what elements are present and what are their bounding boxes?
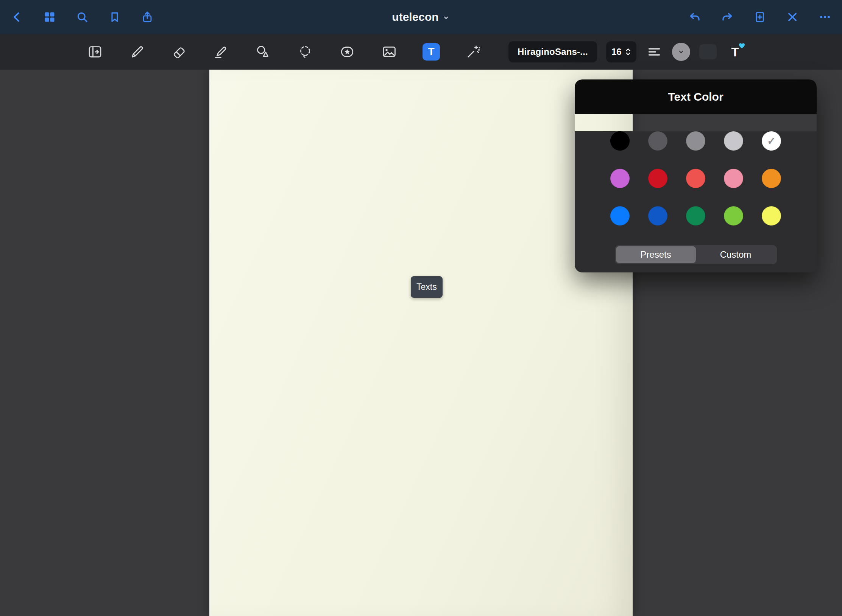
document-title: utelecon: [392, 11, 438, 23]
more-ellipsis-icon: [819, 11, 831, 23]
font-name-label: HiraginoSans-...: [518, 47, 588, 57]
font-name-button[interactable]: HiraginoSans-...: [508, 41, 597, 62]
shapes-tool-button[interactable]: [254, 43, 272, 61]
redo-button[interactable]: [720, 10, 734, 24]
eraser-icon: [171, 44, 187, 60]
page-layout-icon: [87, 44, 103, 60]
search-button[interactable]: [75, 10, 89, 24]
laser-pointer-tool-button[interactable]: [465, 43, 482, 61]
back-chevron-icon: [11, 11, 23, 23]
text-format-group: HiraginoSans-... 16 T: [508, 41, 745, 62]
color-swatch-dark-red[interactable]: [648, 169, 667, 188]
notes-app: utelecon: [0, 0, 842, 616]
back-button[interactable]: [10, 10, 24, 24]
lasso-tool-button[interactable]: [296, 43, 314, 61]
text-tool-icon: T: [428, 46, 434, 58]
text-style-button[interactable]: T: [726, 42, 745, 61]
color-swatch-gray[interactable]: [686, 131, 705, 151]
chevron-down-icon: [443, 14, 450, 22]
text-background-button[interactable]: [699, 44, 717, 59]
share-icon: [141, 11, 154, 23]
shapes-icon: [255, 44, 271, 60]
color-swatch-dark-gray[interactable]: [648, 131, 667, 151]
pen-icon: [129, 44, 145, 60]
thumbnails-button[interactable]: [42, 10, 57, 24]
text-align-button[interactable]: [646, 43, 663, 61]
document-page[interactable]: Texts: [209, 70, 633, 616]
color-swatch-black[interactable]: [610, 131, 630, 151]
highlighter-icon: [213, 44, 229, 60]
nav-left-group: [0, 10, 154, 24]
stickers-star-icon: [339, 44, 356, 60]
image-icon: [381, 44, 398, 60]
text-color-popover: Text Color ✓ Presets Custom: [575, 79, 817, 272]
popover-title: Text Color: [575, 79, 817, 114]
laser-pointer-icon: [465, 44, 482, 60]
custom-tab[interactable]: Custom: [696, 246, 776, 263]
text-align-icon: [647, 44, 662, 59]
heart-icon: [738, 42, 745, 49]
color-swatch-red[interactable]: [686, 169, 705, 188]
presets-tab[interactable]: Presets: [616, 246, 696, 263]
undo-button[interactable]: [688, 10, 702, 24]
add-page-button[interactable]: [753, 10, 767, 24]
popover-body: ✓ Presets Custom: [575, 131, 817, 272]
color-swatch-orange[interactable]: [762, 169, 781, 188]
color-swatch-purple[interactable]: [610, 169, 630, 188]
stepper-chevrons-icon: [625, 47, 631, 57]
color-swatch-light-green[interactable]: [724, 206, 743, 226]
text-color-button[interactable]: [672, 43, 690, 61]
checkmark-icon: ✓: [762, 131, 781, 151]
eraser-tool-button[interactable]: [170, 43, 188, 61]
font-size-stepper[interactable]: 16: [606, 41, 636, 62]
color-swatch-dark-blue[interactable]: [648, 206, 667, 226]
tools-toolbar: T HiraginoSans-... 16 T: [0, 34, 842, 70]
color-swatch-green[interactable]: [686, 206, 705, 226]
redo-icon: [721, 11, 734, 23]
color-swatch-blue[interactable]: [610, 206, 630, 226]
highlighter-tool-button[interactable]: [212, 43, 230, 61]
color-swatch-yellow[interactable]: [762, 206, 781, 226]
image-tool-button[interactable]: [380, 43, 398, 61]
color-chevron-down-icon: [677, 48, 685, 56]
font-size-value: 16: [611, 47, 622, 57]
color-swatch-grid: ✓: [610, 131, 781, 226]
add-page-icon: [753, 11, 766, 23]
bookmark-icon: [108, 11, 121, 23]
tool-group: T: [0, 43, 482, 61]
presets-custom-segmented: Presets Custom: [615, 245, 777, 264]
page-layout-tool-button[interactable]: [86, 43, 104, 61]
lasso-icon: [297, 44, 313, 60]
color-swatch-white[interactable]: ✓: [762, 131, 781, 151]
text-object[interactable]: Texts: [411, 276, 443, 298]
pen-tool-button[interactable]: [128, 43, 146, 61]
nav-right-group: [688, 10, 842, 24]
text-tool-button[interactable]: T: [423, 43, 440, 61]
more-button[interactable]: [818, 10, 832, 24]
thumbnails-grid-icon: [43, 11, 56, 23]
stickers-tool-button[interactable]: [338, 43, 356, 61]
top-navigation-bar: utelecon: [0, 0, 842, 34]
undo-icon: [688, 11, 701, 23]
close-button[interactable]: [785, 10, 800, 24]
document-title-button[interactable]: utelecon: [392, 11, 450, 23]
share-button[interactable]: [140, 10, 154, 24]
close-icon: [786, 11, 799, 23]
bookmark-button[interactable]: [108, 10, 122, 24]
color-swatch-light-gray[interactable]: [724, 131, 743, 151]
color-swatch-pink[interactable]: [724, 169, 743, 188]
search-icon: [76, 11, 89, 23]
